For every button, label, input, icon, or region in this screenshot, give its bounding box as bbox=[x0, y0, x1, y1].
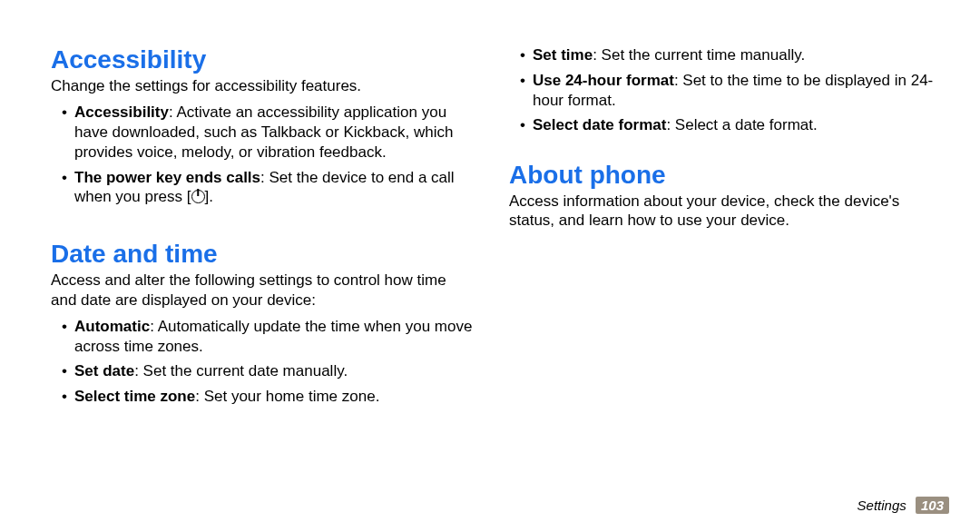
intro-date-and-time: Access and alter the following settings … bbox=[51, 271, 473, 310]
item-text: : Set the current date manually. bbox=[134, 362, 348, 379]
power-icon bbox=[191, 190, 205, 203]
datetime-list-continued: Set time: Set the current time manually.… bbox=[509, 45, 938, 135]
item-text: : Set the current time manually. bbox=[593, 46, 805, 64]
intro-accessibility: Change the settings for accessibility fe… bbox=[51, 76, 473, 95]
item-text: ]. bbox=[205, 188, 213, 205]
footer-page-number: 103 bbox=[916, 497, 949, 514]
item-label: Select time zone bbox=[74, 388, 195, 405]
intro-about-phone: Access information about your device, ch… bbox=[509, 192, 938, 231]
accessibility-list: Accessibility: Activate an accessibility… bbox=[51, 103, 473, 207]
item-label: Accessibility bbox=[74, 103, 169, 121]
heading-about-phone: About phone bbox=[509, 161, 938, 190]
list-item: Set date: Set the current date manually. bbox=[62, 361, 473, 381]
list-item: Accessibility: Activate an accessibility… bbox=[62, 103, 473, 162]
list-item: Select time zone: Set your home time zon… bbox=[62, 387, 473, 407]
item-label: Select date format bbox=[533, 116, 666, 133]
item-text: : Set your home time zone. bbox=[195, 388, 379, 405]
right-column: Set time: Set the current time manually.… bbox=[495, 45, 938, 532]
item-label: Automatic bbox=[74, 318, 150, 335]
heading-date-and-time: Date and time bbox=[51, 240, 473, 269]
datetime-list: Automatic: Automatically update the time… bbox=[51, 317, 473, 407]
item-text: : Select a date format. bbox=[666, 116, 817, 133]
list-item: Automatic: Automatically update the time… bbox=[62, 317, 473, 357]
heading-accessibility: Accessibility bbox=[51, 45, 473, 74]
left-column: Accessibility Change the settings for ac… bbox=[51, 45, 495, 532]
list-item: Select date format: Select a date format… bbox=[520, 115, 938, 135]
manual-page: Accessibility Change the settings for ac… bbox=[0, 0, 980, 532]
list-item: The power key ends calls: Set the device… bbox=[62, 168, 473, 208]
list-item: Set time: Set the current time manually. bbox=[520, 45, 938, 65]
item-label: Set date bbox=[74, 362, 134, 379]
item-label: Set time bbox=[533, 46, 593, 64]
list-item: Use 24-hour format: Set to the time to b… bbox=[520, 71, 938, 111]
item-label: The power key ends calls bbox=[74, 169, 260, 186]
page-footer: Settings 103 bbox=[858, 497, 949, 514]
item-label: Use 24-hour format bbox=[533, 72, 674, 89]
footer-section-name: Settings bbox=[858, 498, 906, 513]
